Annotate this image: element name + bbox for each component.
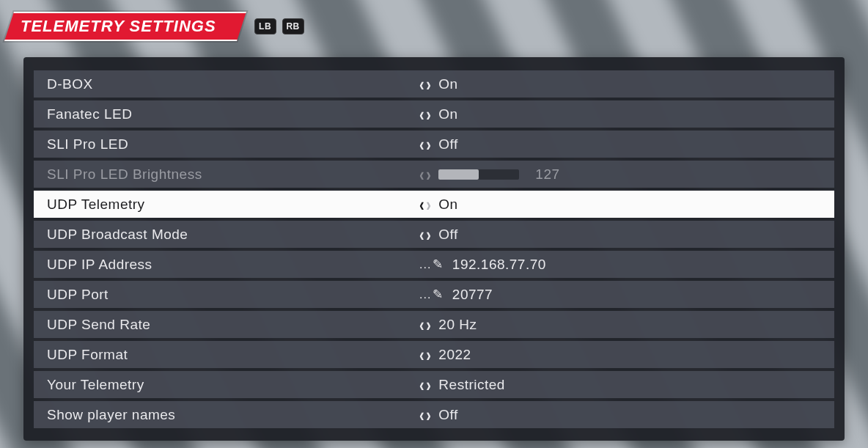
setting-value: 20777 — [452, 287, 493, 303]
setting-value: 20 Hz — [438, 317, 477, 333]
chevron-left-icon[interactable]: ‹ — [419, 405, 424, 425]
arrows-icon[interactable]: ‹› — [419, 107, 431, 122]
arrows-icon[interactable]: ‹› — [419, 77, 431, 92]
arrows-icon[interactable]: ‹› — [419, 378, 431, 392]
setting-row-udp-send-rate[interactable]: UDP Send Rate‹›20 Hz — [34, 311, 834, 338]
setting-value: 127 — [526, 166, 559, 183]
setting-control[interactable]: ‹›2022 — [415, 347, 471, 363]
arrows-icon[interactable]: ‹› — [419, 227, 431, 242]
bumper-right-icon[interactable]: RB — [282, 18, 304, 34]
setting-value: On — [438, 197, 457, 213]
setting-control[interactable]: ‹›On — [415, 106, 458, 122]
setting-label: Your Telemetry — [34, 377, 415, 393]
setting-control[interactable]: ‹›Off — [415, 227, 458, 243]
header: TELEMETRY SETTINGS LB RB — [4, 12, 304, 41]
setting-value: On — [438, 106, 457, 122]
setting-row-sli-pro-led[interactable]: SLI Pro LED‹›Off — [34, 131, 834, 158]
setting-label: UDP Telemetry — [34, 197, 415, 213]
arrows-icon[interactable]: ‹› — [419, 167, 431, 182]
setting-control[interactable]: ‹›20 Hz — [415, 317, 477, 333]
setting-label: UDP Format — [34, 347, 415, 363]
arrows-icon[interactable]: ‹› — [419, 137, 431, 152]
setting-row-sli-pro-brightness[interactable]: SLI Pro LED Brightness‹›127 — [34, 161, 834, 188]
setting-label: UDP IP Address — [34, 257, 415, 273]
arrows-icon[interactable]: ‹› — [419, 197, 431, 212]
setting-value: Off — [438, 227, 458, 243]
chevron-left-icon[interactable]: ‹ — [419, 195, 424, 214]
setting-row-your-telemetry[interactable]: Your Telemetry‹›Restricted — [34, 371, 834, 398]
settings-panel: D-BOX‹›OnFanatec LED‹›OnSLI Pro LED‹›Off… — [23, 57, 845, 441]
setting-label: UDP Broadcast Mode — [34, 227, 415, 243]
slider-fill — [438, 169, 479, 180]
settings-list: D-BOX‹›OnFanatec LED‹›OnSLI Pro LED‹›Off… — [34, 70, 834, 428]
setting-control[interactable]: ...✎192.168.77.70 — [415, 257, 546, 273]
chevron-left-icon[interactable]: ‹ — [419, 345, 424, 364]
brightness-slider — [438, 169, 519, 180]
setting-control[interactable]: ‹›Off — [415, 136, 458, 153]
setting-value: 192.168.77.70 — [452, 257, 546, 273]
chevron-left-icon[interactable]: ‹ — [419, 375, 424, 394]
setting-control[interactable]: ‹›127 — [415, 166, 560, 183]
chevron-left-icon[interactable]: ‹ — [419, 225, 424, 244]
chevron-left-icon[interactable]: ‹ — [419, 315, 424, 334]
chevron-right-icon[interactable]: › — [426, 345, 431, 364]
chevron-right-icon[interactable]: › — [426, 75, 431, 94]
chevron-right-icon[interactable]: › — [426, 135, 431, 154]
chevron-right-icon[interactable]: › — [426, 375, 431, 394]
setting-row-show-names[interactable]: Show player names‹›Off — [34, 401, 834, 428]
chevron-right-icon[interactable]: › — [426, 405, 431, 425]
setting-control[interactable]: ‹›On — [415, 197, 458, 213]
setting-value: Restricted — [438, 377, 505, 393]
setting-row-fanatec-led[interactable]: Fanatec LED‹›On — [34, 100, 834, 128]
setting-label: UDP Port — [34, 287, 415, 303]
chevron-right-icon[interactable]: › — [426, 195, 431, 214]
edit-icon[interactable]: ...✎ — [419, 288, 445, 301]
page-title: TELEMETRY SETTINGS — [21, 17, 216, 36]
chevron-left-icon[interactable]: ‹ — [419, 75, 424, 94]
arrows-icon[interactable]: ‹› — [419, 317, 431, 332]
setting-row-udp-broadcast[interactable]: UDP Broadcast Mode‹›Off — [34, 221, 834, 248]
setting-value: Off — [438, 136, 458, 153]
setting-row-udp-port[interactable]: UDP Port...✎20777 — [34, 281, 834, 308]
chevron-left-icon[interactable]: ‹ — [419, 165, 424, 184]
arrows-icon[interactable]: ‹› — [419, 348, 431, 362]
bumper-hints: LB RB — [254, 18, 304, 34]
setting-value: On — [438, 76, 457, 92]
setting-control[interactable]: ‹›Off — [415, 407, 458, 423]
setting-control[interactable]: ...✎20777 — [415, 287, 493, 303]
bumper-left-icon[interactable]: LB — [254, 18, 276, 34]
header-tab: TELEMETRY SETTINGS — [4, 12, 237, 41]
chevron-right-icon[interactable]: › — [426, 315, 431, 334]
edit-icon[interactable]: ...✎ — [419, 258, 445, 271]
setting-label: SLI Pro LED — [34, 136, 415, 153]
arrows-icon[interactable]: ‹› — [419, 408, 431, 422]
chevron-left-icon[interactable]: ‹ — [419, 105, 424, 124]
setting-value: Off — [438, 407, 458, 423]
setting-row-udp-telemetry[interactable]: UDP Telemetry‹›On — [34, 191, 834, 218]
setting-label: D-BOX — [34, 76, 415, 92]
setting-row-d-box[interactable]: D-BOX‹›On — [34, 70, 834, 98]
setting-label: SLI Pro LED Brightness — [34, 166, 415, 183]
setting-control[interactable]: ‹›On — [415, 76, 458, 92]
chevron-right-icon[interactable]: › — [426, 225, 431, 244]
setting-value: 2022 — [438, 347, 471, 363]
setting-row-udp-format[interactable]: UDP Format‹›2022 — [34, 341, 834, 368]
chevron-right-icon[interactable]: › — [426, 165, 431, 184]
setting-control[interactable]: ‹›Restricted — [415, 377, 505, 393]
setting-label: UDP Send Rate — [34, 317, 415, 333]
chevron-right-icon[interactable]: › — [426, 105, 431, 124]
setting-row-udp-ip[interactable]: UDP IP Address...✎192.168.77.70 — [34, 251, 834, 278]
chevron-left-icon[interactable]: ‹ — [419, 135, 424, 154]
setting-label: Fanatec LED — [34, 106, 415, 122]
setting-label: Show player names — [34, 407, 415, 423]
